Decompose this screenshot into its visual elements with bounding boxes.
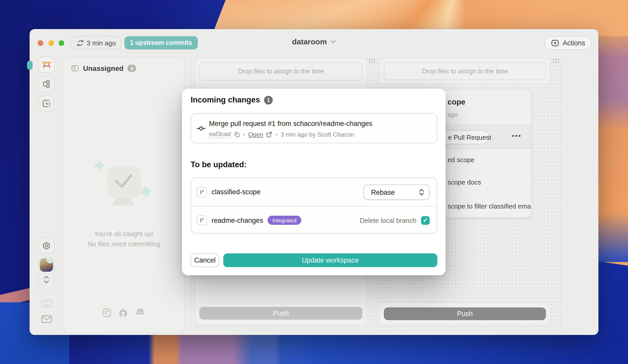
integrated-badge: Integrated	[268, 216, 301, 225]
history-icon	[42, 99, 50, 108]
divider	[195, 302, 367, 303]
branch-name: classified-scope	[212, 188, 260, 196]
incoming-commit-card: Merge pull request #1 from schacon/readm…	[191, 113, 437, 143]
project-name: dataroom	[292, 37, 327, 46]
incoming-changes-modal: Incoming changes 1 Merge pull request #1…	[182, 89, 446, 275]
feedback-button[interactable]	[38, 315, 55, 323]
unassigned-header: Unassigned 0	[71, 64, 136, 72]
lane-drag-handle[interactable]	[369, 59, 376, 64]
sidebar-item-branches[interactable]	[38, 76, 55, 92]
lane-drag-handle[interactable]	[553, 59, 560, 64]
to-be-updated-heading: To be updated:	[191, 160, 247, 169]
split-panel-icon	[71, 64, 79, 72]
cancel-label: Cancel	[194, 256, 216, 264]
commit-sha-link[interactable]: eaf3cad	[209, 131, 231, 138]
sidebar-item-workspace[interactable]	[38, 57, 55, 73]
branch-update-list: classified-scope Rebase	[191, 177, 437, 233]
branch-row-readme-changes: readme-changes Integrated Delete local b…	[191, 206, 437, 234]
actions-button[interactable]: Actions	[545, 36, 591, 50]
app-window: 3 min ago 1 upstream commits dataroom Ac…	[30, 29, 598, 335]
branch-icon	[197, 187, 207, 197]
desktop: 3 min ago 1 upstream commits dataroom Ac…	[0, 0, 628, 364]
empty-state-line2: No files need committing	[64, 240, 184, 248]
assign-drawer-handle[interactable]	[27, 61, 33, 70]
settings-button[interactable]	[38, 238, 55, 254]
branch-graph-icon	[42, 80, 50, 88]
selected-action: Rebase	[371, 188, 395, 196]
unassigned-count-badge: 0	[128, 65, 136, 72]
drop-hint-label: Drop files to assign to the lane	[238, 68, 324, 75]
pr-button-label: e Pull Request	[448, 133, 491, 141]
keyboard-shortcuts-button[interactable]	[38, 300, 55, 307]
delete-local-branch-checkbox[interactable]: ✓	[421, 216, 430, 225]
workbench-icon	[42, 61, 51, 69]
branch-menu-button[interactable]: •••	[512, 132, 521, 140]
push-label: Push	[457, 310, 473, 318]
commit-message-fragment: ed scope	[448, 156, 475, 164]
open-source-icon[interactable]	[118, 308, 128, 318]
incoming-count-badge: 1	[264, 96, 273, 104]
project-switcher[interactable]: dataroom	[30, 37, 598, 46]
branch-row-classified-scope: classified-scope Rebase	[191, 178, 437, 206]
commit-message: Merge pull request #1 from schacon/readm…	[209, 120, 372, 127]
push-button-right[interactable]: Push	[384, 307, 546, 320]
empty-state-illustration	[88, 157, 160, 223]
external-link-icon[interactable]	[266, 131, 272, 137]
branch-name: readme-changes	[212, 216, 263, 224]
push-bar-right: Push	[379, 302, 551, 325]
commit-meta: 3 min ago by Scott Chacon	[281, 131, 354, 138]
chevron-down-icon	[330, 40, 336, 44]
commit-message-fragment: scope to filter classified emails	[448, 202, 532, 210]
push-label: Push	[273, 309, 289, 317]
modal-title: Incoming changes	[191, 95, 260, 105]
user-switcher[interactable]	[38, 256, 55, 294]
update-action-select[interactable]: Rebase	[363, 185, 430, 200]
gear-icon	[42, 242, 50, 250]
empty-state-line1: You're all caught up!	[64, 230, 184, 238]
divider	[195, 84, 367, 85]
drop-zone-right[interactable]: Drop files to assign to the lane	[379, 58, 551, 84]
check-icon: ✓	[423, 217, 428, 224]
push-button-left[interactable]: Push	[199, 307, 362, 320]
branch-title-fragment: cope	[448, 97, 465, 106]
wallpaper-right-band	[597, 36, 628, 262]
cancel-button[interactable]: Cancel	[191, 253, 219, 267]
select-chevrons-icon	[418, 189, 425, 196]
chevron-updown-icon	[39, 275, 54, 284]
mail-icon	[41, 315, 52, 323]
update-workspace-label: Update workspace	[302, 256, 359, 264]
copy-icon[interactable]	[234, 131, 240, 137]
update-workspace-button[interactable]: Update workspace	[223, 253, 437, 267]
unassigned-panel: Unassigned 0 You're all caught up! No fi…	[63, 57, 185, 333]
discord-icon[interactable]	[135, 308, 145, 317]
commit-message-fragment: scope docs	[448, 178, 481, 186]
avatar	[40, 258, 53, 272]
unassigned-title: Unassigned	[83, 64, 124, 72]
changelog-icon[interactable]	[102, 308, 111, 317]
branch-icon	[197, 215, 207, 225]
meta-separator: •	[243, 131, 245, 138]
keyboard-icon	[41, 300, 52, 307]
branch-time-fragment: ago	[448, 111, 458, 118]
pr-status-link[interactable]: Open	[248, 131, 263, 138]
delete-local-branch-label: Delete local branch	[360, 216, 416, 224]
actions-label: Actions	[562, 39, 585, 47]
meta-separator: •	[276, 131, 278, 138]
sidebar-item-history[interactable]	[38, 95, 55, 112]
drop-hint-label: Drop files to assign to the lane	[422, 68, 508, 75]
commit-icon	[197, 124, 205, 133]
sparkle-box-icon	[551, 39, 559, 47]
drop-zone-left[interactable]: Drop files to assign to the lane	[195, 59, 367, 84]
